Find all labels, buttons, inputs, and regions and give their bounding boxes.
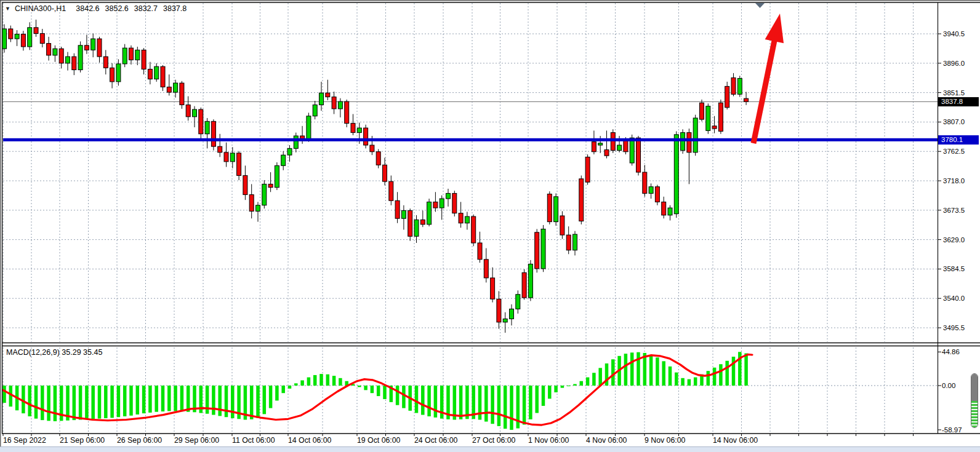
time-axis-label: 19 Oct 06:00 xyxy=(357,436,401,445)
macd-bar xyxy=(567,386,571,386)
candle-body xyxy=(268,184,273,187)
low-value: 3832.7 xyxy=(134,4,158,13)
candle-body xyxy=(91,39,95,50)
candle-body xyxy=(401,210,406,218)
macd-bar xyxy=(142,386,146,413)
macd-bar xyxy=(110,386,114,418)
panel-separator xyxy=(2,342,980,346)
macd-bar xyxy=(592,373,596,386)
candle-body xyxy=(389,181,393,200)
macd-bar xyxy=(548,386,552,398)
candle-body xyxy=(370,145,374,152)
candle-body xyxy=(199,109,203,134)
macd-bar xyxy=(694,378,697,386)
macd-bar xyxy=(561,386,564,388)
candle-body xyxy=(332,97,336,109)
candle-body xyxy=(440,199,444,208)
candle-body xyxy=(414,220,419,236)
macd-bar xyxy=(624,354,628,386)
macd-bar xyxy=(281,386,285,393)
candle-body xyxy=(522,272,526,298)
chart-canvas[interactable]: 3940.53896.03851.53807.03762.53718.03673… xyxy=(0,0,980,452)
macd-bar xyxy=(174,386,177,411)
candle-body xyxy=(9,29,13,39)
vertical-gridlines xyxy=(3,3,914,432)
trend-arrow xyxy=(753,14,784,143)
candle-body xyxy=(687,133,691,153)
price-axis-label: 3629.0 xyxy=(943,236,965,244)
macd-bar xyxy=(675,373,678,386)
macd-bar xyxy=(484,386,488,422)
current-price-badge: 3837.8 xyxy=(938,97,979,106)
macd-bar xyxy=(725,361,729,386)
macd-bar xyxy=(47,386,50,421)
time-axis-label: 14 Oct 06:00 xyxy=(288,436,332,445)
open-value: 3842.6 xyxy=(76,4,99,13)
symbol-dropdown-icon[interactable]: ▼ xyxy=(5,6,10,12)
candle-body xyxy=(662,202,666,215)
candle-body xyxy=(598,143,603,145)
candle-body xyxy=(408,210,412,236)
level-line xyxy=(3,138,938,141)
macd-bar xyxy=(732,357,736,386)
candle-body xyxy=(478,243,482,260)
candle-body xyxy=(28,28,32,47)
macd-bar xyxy=(180,386,184,411)
candle-body xyxy=(643,172,647,193)
time-axis-label: 29 Sep 06:00 xyxy=(174,436,219,445)
macd-bar xyxy=(573,384,577,386)
macd-bar xyxy=(85,386,89,419)
macd-axis: 44.860.00-58.97 xyxy=(938,348,962,434)
macd-bar xyxy=(117,386,121,417)
candle-body xyxy=(611,133,615,151)
candle-body xyxy=(560,216,564,235)
price-axis: 3940.53896.03851.53807.03762.53718.03673… xyxy=(938,30,965,331)
macd-bar xyxy=(459,386,463,419)
candle-body xyxy=(566,235,571,250)
macd-bar xyxy=(637,352,640,386)
candle-body xyxy=(237,153,241,176)
macd-bar xyxy=(161,386,165,411)
macd-bar xyxy=(586,378,590,386)
time-axis-label: 26 Sep 06:00 xyxy=(117,436,162,445)
trading-chart-window: 3940.53896.03851.53807.03762.53718.03673… xyxy=(0,0,980,452)
candle-body xyxy=(573,234,577,250)
macd-bar xyxy=(611,359,615,386)
macd-bar xyxy=(427,386,431,416)
candle-body xyxy=(637,138,641,172)
candle-body xyxy=(122,48,127,64)
macd-bar xyxy=(167,386,171,411)
macd-bar xyxy=(510,386,513,430)
candle-body xyxy=(135,50,140,60)
macd-bar xyxy=(129,386,133,416)
macd-bar xyxy=(713,368,717,386)
macd-bar xyxy=(79,386,82,420)
macd-bar xyxy=(630,352,633,386)
candle-body xyxy=(668,208,672,215)
candle-body xyxy=(585,157,590,182)
candle-body xyxy=(21,34,25,47)
candle-body xyxy=(617,145,622,151)
macd-bar xyxy=(649,355,653,386)
candle-body xyxy=(281,155,286,165)
candle-body xyxy=(452,193,457,213)
candle-body xyxy=(395,200,400,218)
macd-axis-label: -58.97 xyxy=(942,426,962,434)
candle-body xyxy=(503,319,507,322)
support-level-line xyxy=(3,138,938,141)
candle-body xyxy=(737,79,742,95)
macd-bar xyxy=(478,386,482,420)
candle-body xyxy=(649,187,653,194)
candle-body xyxy=(427,202,432,224)
candle-body xyxy=(116,64,121,82)
candle-body xyxy=(155,66,159,79)
candle-body xyxy=(376,152,380,165)
candle-body xyxy=(744,98,749,101)
vertical-scrollbar-thumb[interactable] xyxy=(971,373,978,428)
candle-body xyxy=(459,213,463,223)
candle-body xyxy=(579,179,584,221)
time-axis-label: 24 Oct 06:00 xyxy=(414,436,458,445)
candle-body xyxy=(472,216,476,243)
candle-body xyxy=(174,83,178,92)
macd-bar xyxy=(377,386,380,396)
